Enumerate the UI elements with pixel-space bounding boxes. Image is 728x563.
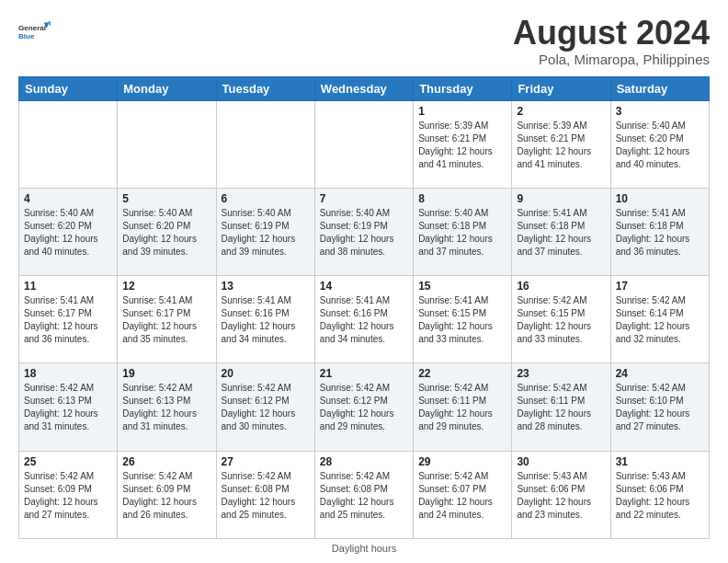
calendar-cell: 26Sunrise: 5:42 AM Sunset: 6:09 PM Dayli… [118, 451, 216, 538]
day-info: Sunrise: 5:40 AM Sunset: 6:20 PM Dayligh… [122, 207, 210, 259]
title-block: August 2024 Pola, Mimaropa, Philippines [513, 15, 710, 67]
day-info: Sunrise: 5:42 AM Sunset: 6:13 PM Dayligh… [24, 382, 112, 433]
calendar-cell: 11Sunrise: 5:41 AM Sunset: 6:17 PM Dayli… [19, 276, 118, 363]
calendar-cell: 18Sunrise: 5:42 AM Sunset: 6:13 PM Dayli… [19, 363, 118, 451]
header-sunday: Sunday [19, 76, 118, 100]
day-number: 6 [222, 192, 310, 205]
day-number: 15 [418, 280, 506, 293]
calendar-cell: 12Sunrise: 5:41 AM Sunset: 6:17 PM Dayli… [118, 276, 216, 363]
subtitle: Pola, Mimaropa, Philippines [513, 52, 710, 67]
day-number: 21 [320, 367, 408, 380]
header: GeneralBlue August 2024 Pola, Mimaropa, … [18, 15, 710, 67]
day-info: Sunrise: 5:41 AM Sunset: 6:16 PM Dayligh… [320, 294, 408, 346]
day-number: 4 [24, 192, 112, 205]
footer-text: Daylight hours [332, 543, 396, 554]
svg-text:Blue: Blue [18, 32, 35, 40]
calendar-cell: 30Sunrise: 5:43 AM Sunset: 6:06 PM Dayli… [512, 451, 610, 538]
day-number: 8 [418, 192, 506, 205]
calendar-cell: 16Sunrise: 5:42 AM Sunset: 6:15 PM Dayli… [512, 276, 610, 363]
calendar-cell [118, 100, 216, 188]
calendar-cell: 25Sunrise: 5:42 AM Sunset: 6:09 PM Dayli… [19, 451, 118, 538]
day-info: Sunrise: 5:42 AM Sunset: 6:10 PM Dayligh… [616, 382, 704, 433]
calendar-cell: 17Sunrise: 5:42 AM Sunset: 6:14 PM Dayli… [610, 276, 709, 363]
main-title: August 2024 [513, 15, 710, 52]
day-info: Sunrise: 5:40 AM Sunset: 6:20 PM Dayligh… [616, 120, 704, 171]
day-info: Sunrise: 5:42 AM Sunset: 6:08 PM Dayligh… [222, 470, 310, 522]
day-info: Sunrise: 5:42 AM Sunset: 6:08 PM Dayligh… [320, 470, 408, 522]
day-number: 28 [320, 455, 408, 468]
day-number: 2 [517, 105, 605, 118]
day-info: Sunrise: 5:42 AM Sunset: 6:12 PM Dayligh… [222, 382, 310, 433]
calendar-cell: 8Sunrise: 5:40 AM Sunset: 6:18 PM Daylig… [414, 188, 512, 275]
day-number: 24 [616, 367, 704, 380]
day-number: 20 [222, 367, 310, 380]
header-saturday: Saturday [610, 76, 709, 100]
day-info: Sunrise: 5:40 AM Sunset: 6:19 PM Dayligh… [222, 207, 310, 259]
day-number: 1 [418, 105, 506, 118]
day-info: Sunrise: 5:42 AM Sunset: 6:07 PM Dayligh… [418, 470, 506, 522]
calendar-cell: 10Sunrise: 5:41 AM Sunset: 6:18 PM Dayli… [610, 188, 709, 275]
header-wednesday: Wednesday [314, 76, 413, 100]
calendar-cell [216, 100, 314, 188]
day-number: 10 [616, 192, 704, 205]
calendar-cell: 21Sunrise: 5:42 AM Sunset: 6:12 PM Dayli… [314, 363, 413, 451]
day-number: 14 [320, 280, 408, 293]
logo-icon: GeneralBlue [18, 15, 51, 48]
week-row-4: 25Sunrise: 5:42 AM Sunset: 6:09 PM Dayli… [19, 451, 710, 538]
calendar-cell [314, 100, 413, 188]
logo: GeneralBlue [18, 15, 51, 48]
day-number: 31 [616, 455, 704, 468]
header-monday: Monday [118, 76, 216, 100]
day-number: 19 [122, 367, 210, 380]
calendar-cell: 7Sunrise: 5:40 AM Sunset: 6:19 PM Daylig… [314, 188, 413, 275]
calendar-cell: 29Sunrise: 5:42 AM Sunset: 6:07 PM Dayli… [414, 451, 512, 538]
day-number: 13 [222, 280, 310, 293]
day-number: 7 [320, 192, 408, 205]
day-info: Sunrise: 5:40 AM Sunset: 6:20 PM Dayligh… [24, 207, 112, 259]
day-info: Sunrise: 5:43 AM Sunset: 6:06 PM Dayligh… [616, 470, 704, 522]
footer: Daylight hours [18, 543, 710, 554]
day-info: Sunrise: 5:40 AM Sunset: 6:18 PM Dayligh… [418, 207, 506, 259]
day-info: Sunrise: 5:39 AM Sunset: 6:21 PM Dayligh… [418, 120, 506, 171]
calendar-table: SundayMondayTuesdayWednesdayThursdayFrid… [18, 76, 710, 539]
calendar-cell: 27Sunrise: 5:42 AM Sunset: 6:08 PM Dayli… [216, 451, 314, 538]
day-info: Sunrise: 5:40 AM Sunset: 6:19 PM Dayligh… [320, 207, 408, 259]
calendar-cell: 28Sunrise: 5:42 AM Sunset: 6:08 PM Dayli… [314, 451, 413, 538]
day-number: 23 [517, 367, 605, 380]
day-info: Sunrise: 5:42 AM Sunset: 6:09 PM Dayligh… [122, 470, 210, 522]
day-info: Sunrise: 5:42 AM Sunset: 6:14 PM Dayligh… [616, 294, 704, 346]
week-row-3: 18Sunrise: 5:42 AM Sunset: 6:13 PM Dayli… [19, 363, 710, 451]
week-row-2: 11Sunrise: 5:41 AM Sunset: 6:17 PM Dayli… [19, 276, 710, 363]
day-info: Sunrise: 5:41 AM Sunset: 6:16 PM Dayligh… [222, 294, 310, 346]
day-info: Sunrise: 5:43 AM Sunset: 6:06 PM Dayligh… [517, 470, 605, 522]
day-info: Sunrise: 5:42 AM Sunset: 6:11 PM Dayligh… [418, 382, 506, 433]
day-number: 27 [222, 455, 310, 468]
calendar-cell: 15Sunrise: 5:41 AM Sunset: 6:15 PM Dayli… [414, 276, 512, 363]
day-number: 3 [616, 105, 704, 118]
day-number: 11 [24, 280, 112, 293]
day-number: 18 [24, 367, 112, 380]
day-number: 25 [24, 455, 112, 468]
calendar-cell [19, 100, 118, 188]
page: GeneralBlue August 2024 Pola, Mimaropa, … [0, 0, 728, 563]
day-info: Sunrise: 5:42 AM Sunset: 6:15 PM Dayligh… [517, 294, 605, 346]
calendar-cell: 20Sunrise: 5:42 AM Sunset: 6:12 PM Dayli… [216, 363, 314, 451]
day-info: Sunrise: 5:41 AM Sunset: 6:18 PM Dayligh… [616, 207, 704, 259]
calendar-cell: 9Sunrise: 5:41 AM Sunset: 6:18 PM Daylig… [512, 188, 610, 275]
day-info: Sunrise: 5:42 AM Sunset: 6:11 PM Dayligh… [517, 382, 605, 433]
day-info: Sunrise: 5:41 AM Sunset: 6:18 PM Dayligh… [517, 207, 605, 259]
calendar-cell: 31Sunrise: 5:43 AM Sunset: 6:06 PM Dayli… [610, 451, 709, 538]
calendar-cell: 6Sunrise: 5:40 AM Sunset: 6:19 PM Daylig… [216, 188, 314, 275]
calendar-cell: 14Sunrise: 5:41 AM Sunset: 6:16 PM Dayli… [314, 276, 413, 363]
day-info: Sunrise: 5:39 AM Sunset: 6:21 PM Dayligh… [517, 120, 605, 171]
day-info: Sunrise: 5:42 AM Sunset: 6:09 PM Dayligh… [24, 470, 112, 522]
day-number: 17 [616, 280, 704, 293]
header-tuesday: Tuesday [216, 76, 314, 100]
day-info: Sunrise: 5:41 AM Sunset: 6:17 PM Dayligh… [24, 294, 112, 346]
calendar-cell: 1Sunrise: 5:39 AM Sunset: 6:21 PM Daylig… [414, 100, 512, 188]
calendar-cell: 19Sunrise: 5:42 AM Sunset: 6:13 PM Dayli… [118, 363, 216, 451]
calendar-cell: 13Sunrise: 5:41 AM Sunset: 6:16 PM Dayli… [216, 276, 314, 363]
calendar-cell: 3Sunrise: 5:40 AM Sunset: 6:20 PM Daylig… [610, 100, 709, 188]
calendar-cell: 4Sunrise: 5:40 AM Sunset: 6:20 PM Daylig… [19, 188, 118, 275]
day-number: 26 [122, 455, 210, 468]
